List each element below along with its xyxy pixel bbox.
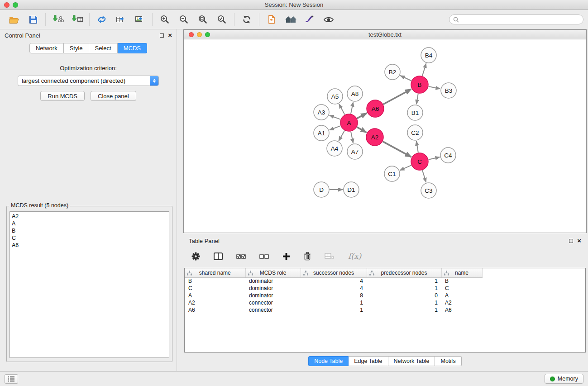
zoom-in-button[interactable]: [155, 12, 174, 27]
import-table-button[interactable]: [67, 12, 86, 27]
edge-B-B4[interactable]: [422, 63, 426, 76]
column-header-successor-nodes[interactable]: successor nodes: [301, 268, 367, 277]
table-row[interactable]: A6connector11A6: [185, 306, 482, 314]
table-cell[interactable]: dominator: [245, 277, 301, 285]
node-A4[interactable]: A4: [327, 141, 342, 156]
show-hide-button[interactable]: [319, 12, 338, 27]
tab-node-table[interactable]: Node Table: [308, 356, 349, 366]
network-svg[interactable]: B4B2BB3A8A5A6B1A3AA1C2A2A4A7C4CC1C3DD1: [184, 40, 586, 233]
table-cell[interactable]: 4: [301, 277, 367, 285]
node-table[interactable]: shared nameMCDS rolesuccessor nodesprede…: [184, 268, 586, 353]
table-cell[interactable]: A: [441, 292, 482, 299]
node-B4[interactable]: B4: [421, 48, 436, 63]
show-columns-button[interactable]: [214, 253, 223, 260]
table-cell[interactable]: 1: [301, 299, 367, 306]
node-D1[interactable]: D1: [344, 182, 359, 197]
export-table-button[interactable]: [111, 12, 130, 27]
column-header-MCDS-role[interactable]: MCDS role: [245, 268, 301, 277]
deselect-all-button[interactable]: [259, 253, 269, 260]
tab-style[interactable]: Style: [64, 43, 89, 53]
table-cell[interactable]: connector: [245, 306, 301, 314]
table-row[interactable]: Adominator80A: [185, 292, 482, 299]
close-network-button[interactable]: [189, 32, 194, 37]
edge-C-C3[interactable]: [422, 170, 426, 182]
edge-A-A7[interactable]: [351, 132, 353, 143]
memory-button[interactable]: Memory: [545, 374, 583, 384]
node-B2[interactable]: B2: [385, 64, 400, 80]
node-A[interactable]: A: [340, 114, 358, 131]
table-cell[interactable]: B: [441, 277, 482, 285]
float-panel-icon[interactable]: [160, 33, 164, 38]
node-B3[interactable]: B3: [441, 83, 456, 98]
table-cell[interactable]: A6: [185, 306, 245, 314]
table-cell[interactable]: A2: [441, 299, 482, 306]
node-B1[interactable]: B1: [407, 105, 423, 120]
edge-B-B1[interactable]: [416, 94, 418, 105]
result-item[interactable]: A6: [12, 242, 169, 249]
node-A7[interactable]: A7: [347, 144, 363, 159]
close-panel-button[interactable]: Close panel: [91, 91, 136, 101]
close-table-panel-icon[interactable]: ×: [577, 238, 581, 243]
tab-edge-table[interactable]: Edge Table: [349, 356, 388, 366]
zoom-network-button[interactable]: [205, 32, 210, 37]
table-cell[interactable]: connector: [245, 299, 301, 306]
table-cell[interactable]: 8: [301, 292, 367, 299]
table-cell[interactable]: dominator: [245, 285, 301, 292]
float-table-panel-icon[interactable]: [569, 239, 573, 243]
table-cell[interactable]: 1: [367, 306, 441, 314]
home-button[interactable]: [281, 12, 300, 27]
import-network-button[interactable]: [48, 12, 67, 27]
delete-row-button[interactable]: [304, 252, 311, 261]
edge-B-B3[interactable]: [429, 86, 440, 89]
result-item[interactable]: A: [12, 220, 169, 227]
edge-A-A5[interactable]: [339, 104, 345, 115]
table-cell[interactable]: C: [185, 285, 245, 292]
tab-network[interactable]: Network: [29, 43, 64, 53]
apply-style-button[interactable]: [300, 12, 319, 27]
table-row[interactable]: Bdominator41B: [185, 277, 482, 285]
edge-A-A4[interactable]: [339, 130, 344, 141]
node-C[interactable]: C: [411, 153, 428, 170]
close-panel-icon[interactable]: ×: [168, 33, 172, 38]
mcds-result-list[interactable]: A2ABCA6: [10, 211, 169, 358]
node-A6[interactable]: A6: [367, 100, 384, 117]
run-mcds-button[interactable]: Run MCDS: [40, 91, 85, 101]
tab-mcds[interactable]: MCDS: [118, 43, 147, 53]
tab-motifs[interactable]: Motifs: [435, 356, 461, 366]
node-C2[interactable]: C2: [407, 125, 423, 140]
zoom-fit-button[interactable]: [193, 12, 212, 27]
node-D[interactable]: D: [314, 182, 329, 197]
tab-select[interactable]: Select: [89, 43, 118, 53]
optimization-criterion-dropdown[interactable]: largest connected component (directed): [18, 76, 159, 86]
node-A1[interactable]: A1: [314, 125, 329, 141]
edge-C-C1[interactable]: [400, 165, 411, 170]
node-A5[interactable]: A5: [327, 89, 343, 104]
table-row[interactable]: A2connector11A2: [185, 299, 482, 306]
open-button[interactable]: [5, 12, 24, 27]
column-header-name[interactable]: name: [441, 268, 482, 277]
result-item[interactable]: C: [12, 234, 169, 242]
result-item[interactable]: A2: [12, 213, 169, 220]
edge-C-C4[interactable]: [429, 157, 440, 160]
table-settings-button[interactable]: [191, 252, 200, 261]
network-canvas[interactable]: B4B2BB3A8A5A6B1A3AA1C2A2A4A7C4CC1C3DD1: [184, 40, 586, 233]
edge-A-A8[interactable]: [351, 102, 353, 114]
task-history-button[interactable]: [5, 374, 18, 384]
tab-network-table[interactable]: Network Table: [388, 356, 435, 366]
table-cell[interactable]: A2: [185, 299, 245, 306]
save-button[interactable]: [24, 12, 43, 27]
minimize-network-button[interactable]: [197, 32, 202, 37]
node-C3[interactable]: C3: [421, 183, 436, 198]
export-image-button[interactable]: [130, 12, 149, 27]
table-cell[interactable]: A6: [441, 306, 482, 314]
edge-A-A1[interactable]: [330, 126, 341, 130]
table-cell[interactable]: 4: [301, 285, 367, 292]
table-cell[interactable]: A: [185, 292, 245, 299]
refresh-button[interactable]: [237, 12, 256, 27]
result-item[interactable]: B: [12, 227, 169, 234]
zoom-window-button[interactable]: [13, 2, 18, 8]
table-row[interactable]: Cdominator41C: [185, 285, 482, 292]
node-A3[interactable]: A3: [314, 105, 329, 120]
open-session-file-button[interactable]: [262, 12, 281, 27]
export-network-button[interactable]: [92, 12, 111, 27]
